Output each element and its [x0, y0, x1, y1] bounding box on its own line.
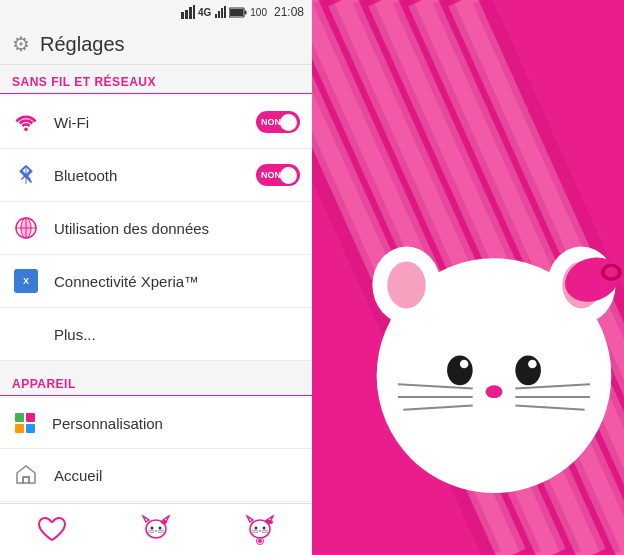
home-kitty-button[interactable]	[126, 510, 186, 550]
more-item[interactable]: Plus...	[0, 308, 312, 361]
more-label: Plus...	[54, 326, 300, 343]
page-title: Réglages	[40, 33, 125, 56]
battery-icon	[229, 7, 247, 18]
wifi-label: Wi-Fi	[54, 114, 256, 131]
svg-rect-2	[189, 7, 192, 19]
section-header-device: APPAREIL	[0, 367, 312, 396]
title-bar: ⚙ Réglages	[0, 24, 312, 65]
wifi-icon-container	[12, 108, 40, 136]
xperia-icon-container: X	[12, 267, 40, 295]
wifi-toggle-knob	[280, 114, 297, 131]
svg-rect-9	[245, 10, 247, 14]
svg-rect-3	[193, 5, 195, 19]
signal-type: 4G	[198, 7, 211, 18]
home-label: Accueil	[54, 467, 300, 484]
svg-rect-7	[224, 6, 226, 18]
svg-point-73	[515, 355, 541, 385]
battery-level: 100	[250, 7, 267, 18]
svg-line-33	[148, 532, 154, 533]
data-usage-icon-container	[12, 214, 40, 242]
svg-line-35	[158, 532, 164, 533]
personalization-item[interactable]: Personnalisation	[0, 398, 312, 449]
svg-line-47	[262, 532, 268, 533]
svg-point-48	[258, 539, 262, 543]
bluetooth-toggle-label: NON	[261, 170, 281, 180]
bluetooth-toggle-knob	[280, 167, 297, 184]
settings-panel: 4G 100 21:08 ⚙ Réglages SANS FIL ET RÉSE	[0, 0, 312, 555]
bluetooth-label: Bluetooth	[54, 167, 256, 184]
svg-rect-1	[185, 10, 188, 19]
svg-rect-10	[230, 9, 243, 16]
xperia-item[interactable]: X Connectivité Xperia™	[0, 255, 312, 308]
svg-point-41	[255, 526, 258, 529]
svg-point-40	[265, 519, 269, 522]
settings-icon: ⚙	[12, 32, 30, 56]
status-bar: 4G 100 21:08	[0, 0, 312, 24]
bluetooth-icon-container	[12, 161, 40, 189]
bluetooth-toggle[interactable]: NON	[256, 164, 300, 186]
kitty-home-icon	[138, 515, 174, 545]
personalization-label: Personnalisation	[52, 415, 300, 432]
svg-rect-20	[23, 477, 29, 483]
svg-point-11	[24, 128, 28, 132]
svg-rect-17	[26, 413, 35, 422]
svg-point-28	[161, 520, 167, 524]
bluetooth-item[interactable]: Bluetooth NON	[0, 149, 312, 202]
status-time: 21:08	[274, 5, 304, 19]
xperia-icon: X	[14, 269, 38, 293]
svg-point-30	[159, 526, 162, 529]
svg-rect-5	[218, 11, 220, 18]
home-icon-container	[12, 461, 40, 489]
svg-rect-0	[181, 12, 184, 19]
svg-rect-4	[215, 14, 217, 18]
data-usage-item[interactable]: Utilisation des données	[0, 202, 312, 255]
svg-rect-6	[221, 8, 223, 18]
svg-point-74	[460, 360, 469, 369]
settings-list: SANS FIL ET RÉSEAUX Wi-Fi NON	[0, 65, 312, 503]
personalization-icon	[12, 410, 38, 436]
status-icons: 4G 100 21:08	[181, 5, 304, 19]
back-button[interactable]	[22, 510, 82, 550]
svg-line-45	[252, 532, 258, 533]
wifi-toggle-label: NON	[261, 117, 281, 127]
wifi-toggle[interactable]: NON	[256, 111, 300, 133]
personalize-icon	[13, 411, 37, 435]
back-icon	[37, 516, 67, 544]
svg-point-75	[528, 360, 537, 369]
data-usage-icon	[14, 216, 38, 240]
hello-kitty-image	[334, 205, 624, 525]
kitty-apps-icon	[242, 515, 278, 545]
wifi-icon	[15, 111, 37, 133]
svg-rect-19	[26, 424, 35, 433]
svg-point-72	[447, 355, 473, 385]
svg-point-66	[387, 262, 425, 309]
svg-point-42	[263, 526, 266, 529]
wallpaper-panel	[312, 0, 624, 555]
svg-point-76	[485, 385, 502, 398]
apps-kitty-button[interactable]	[230, 510, 290, 550]
svg-rect-18	[15, 424, 24, 433]
svg-point-71	[605, 267, 618, 278]
svg-point-43	[259, 530, 261, 531]
more-icon-container	[12, 320, 40, 348]
home-icon	[14, 463, 38, 487]
svg-marker-37	[247, 516, 253, 522]
bottom-nav	[0, 503, 312, 555]
signal-icon	[181, 5, 195, 19]
svg-marker-26	[143, 516, 149, 522]
svg-point-31	[155, 530, 157, 531]
section-header-network: SANS FIL ET RÉSEAUX	[0, 65, 312, 94]
svg-point-36	[250, 520, 270, 538]
svg-point-29	[151, 526, 154, 529]
svg-rect-16	[15, 413, 24, 422]
bluetooth-icon	[15, 164, 37, 186]
xperia-label: Connectivité Xperia™	[54, 273, 300, 290]
home-item[interactable]: Accueil	[0, 449, 312, 502]
data-usage-label: Utilisation des données	[54, 220, 300, 237]
wifi-item[interactable]: Wi-Fi NON	[0, 96, 312, 149]
wifi-status-icon	[214, 6, 226, 18]
